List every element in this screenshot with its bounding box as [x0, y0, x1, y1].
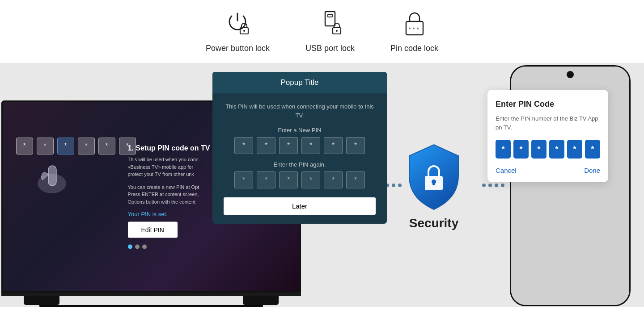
svg-rect-14 — [432, 182, 435, 185]
popup-body: This PIN will be used when connecting yo… — [212, 93, 387, 224]
popup-new-pin-row: * * * * * * — [224, 137, 376, 154]
popup-pin-box-3[interactable]: * — [279, 137, 298, 154]
pin-dialog-title: Enter PIN Code — [496, 100, 600, 109]
usb-lock-feature: USB port lock — [305, 8, 355, 53]
popup-description: This PIN will be used when connecting yo… — [224, 102, 376, 120]
popup-confirm-box-4[interactable]: * — [301, 171, 320, 188]
tv-pin-dot-4: * — [78, 138, 95, 154]
bottom-section: * * * * * * — [0, 63, 644, 307]
phone-notch — [567, 71, 574, 78]
power-lock-icon — [222, 8, 253, 39]
indicator-3 — [142, 245, 147, 249]
pin-lock-icon: * * * — [399, 8, 430, 39]
pin-lock-feature: * * * Pin code lock — [390, 8, 438, 53]
dot-r-1 — [482, 184, 486, 187]
pin-dialog-boxes: * * * * * * — [496, 140, 600, 159]
pin-dialog-box-5[interactable]: * — [567, 140, 582, 159]
popup-pin-box-6[interactable]: * — [346, 137, 365, 154]
dot-4 — [398, 184, 402, 187]
pin-dialog-box-3[interactable]: * — [531, 140, 547, 159]
popup-confirm-box-2[interactable]: * — [257, 171, 275, 188]
popup: Popup Title This PIN will be used when c… — [212, 72, 387, 224]
tv-base-bottom — [39, 305, 263, 307]
security-label: Security — [409, 216, 459, 230]
tv-pin-dot-1: * — [16, 138, 33, 154]
popup-confirm-box-5[interactable]: * — [324, 171, 343, 188]
popup-pin-box-5[interactable]: * — [324, 137, 343, 154]
svg-point-5 — [336, 30, 338, 32]
tv-pin-dot-3: * — [57, 138, 74, 154]
pin-dialog-box-1[interactable]: * — [496, 140, 511, 159]
dot-3 — [392, 184, 395, 187]
popup-confirm-pin-label: Enter the PIN again. — [224, 161, 376, 168]
dot-r-3 — [495, 184, 498, 187]
security-section: Security — [402, 140, 465, 230]
tv-base — [1, 292, 301, 296]
pin-dialog-box-4[interactable]: * — [549, 140, 564, 159]
pin-dialog-cancel-button[interactable]: Cancel — [496, 167, 517, 174]
indicator-2 — [135, 245, 140, 249]
svg-rect-2 — [325, 12, 335, 26]
popup-new-pin-label: Enter a New PIN — [224, 127, 376, 134]
dot-r-2 — [488, 184, 492, 187]
tv-step-text: This will be used when you conn«Business… — [128, 156, 217, 178]
security-shield-icon — [402, 140, 465, 212]
svg-text:*: * — [417, 26, 419, 33]
svg-rect-3 — [328, 14, 332, 17]
svg-point-1 — [243, 30, 245, 32]
popup-confirm-pin-row: * * * * * * — [224, 171, 376, 188]
top-features-bar: Power button lock USB port lock — [0, 0, 644, 63]
dot-r-4 — [501, 184, 504, 187]
edit-pin-button[interactable]: Edit PIN — [128, 222, 178, 238]
tv-pin-dots: * * * * * * — [16, 138, 136, 154]
pin-dialog-box-6[interactable]: * — [585, 140, 600, 159]
tv-feet — [24, 296, 279, 305]
popup-later-button[interactable]: Later — [224, 197, 376, 215]
connector-dots-right — [482, 184, 504, 187]
popup-pin-box-1[interactable]: * — [234, 137, 253, 154]
tv-foot-right — [243, 296, 279, 305]
svg-text:*: * — [409, 26, 411, 33]
popup-confirm-box-6[interactable]: * — [346, 171, 365, 188]
popup-confirm-box-3[interactable]: * — [279, 171, 298, 188]
pin-dialog: Enter PIN Code Enter the PIN number of t… — [487, 90, 608, 182]
pin-dialog-box-2[interactable]: * — [513, 140, 529, 159]
pin-dialog-done-button[interactable]: Done — [584, 167, 600, 174]
indicator-1 — [128, 245, 132, 249]
popup-title: Popup Title — [212, 72, 387, 93]
usb-lock-label: USB port lock — [305, 44, 355, 53]
svg-rect-11 — [48, 166, 56, 186]
tv-indicators — [128, 245, 291, 249]
popup-confirm-box-1[interactable]: * — [234, 171, 253, 188]
svg-text:*: * — [413, 26, 415, 33]
popup-pin-box-4[interactable]: * — [301, 137, 320, 154]
power-lock-label: Power button lock — [206, 44, 270, 53]
usb-lock-icon — [314, 8, 346, 39]
power-lock-feature: Power button lock — [206, 8, 270, 53]
tv-step-text2: You can create a new PIN at OptPress ENT… — [128, 183, 217, 205]
tv-pin-dot-2: * — [37, 138, 54, 154]
pin-dialog-description: Enter the PIN number of the Biz TV App o… — [496, 114, 600, 132]
pin-dialog-actions: Cancel Done — [496, 167, 600, 174]
tv-pin-dot-5: * — [98, 138, 115, 154]
tv-foot-left — [24, 296, 59, 305]
popup-pin-box-2[interactable]: * — [257, 137, 275, 154]
pin-lock-label: Pin code lock — [390, 44, 438, 53]
